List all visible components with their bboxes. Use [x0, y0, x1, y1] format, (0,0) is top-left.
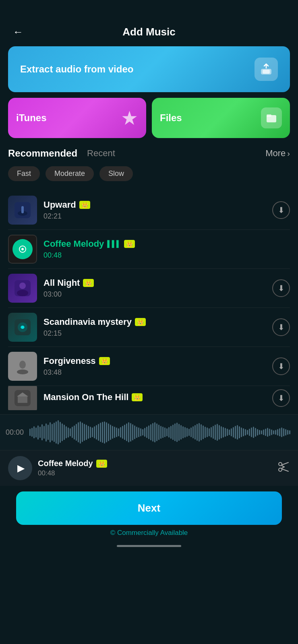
waveform-bar	[62, 423, 63, 441]
track-scandinavia[interactable]: Scandinavia mystery 👑 02:15 ⬇	[8, 308, 290, 347]
waveform-bar	[80, 421, 81, 444]
download-scandinavia[interactable]: ⬇	[272, 318, 290, 336]
waveform-bar	[146, 427, 147, 438]
waveform-bar	[154, 422, 155, 442]
waveform-bar	[122, 426, 123, 439]
commercially-available-label: © Commercially Available	[0, 529, 298, 541]
play-button[interactable]: ▶	[8, 456, 32, 480]
page-title: Add Music	[122, 26, 175, 38]
waveform-bar	[263, 429, 264, 435]
waveform-bar	[287, 430, 288, 435]
extract-audio-button[interactable]: Extract audio from video	[8, 46, 290, 92]
waveform-bar	[56, 421, 57, 444]
info-mansion: Mansion On The Hill 👑	[43, 392, 272, 405]
back-button[interactable]: ←	[10, 24, 27, 40]
trim-button[interactable]	[276, 460, 290, 477]
track-name-scandinavia: Scandinavia mystery	[43, 317, 132, 327]
waveform-bar	[207, 427, 208, 437]
tab-recent[interactable]: Recent	[87, 148, 115, 159]
waveform-bar	[289, 430, 290, 434]
waveform-bar	[140, 428, 141, 436]
waveform-bar	[213, 426, 214, 439]
waveform-bar	[261, 430, 262, 434]
itunes-button[interactable]: iTunes ★	[8, 98, 146, 138]
waveform-bar	[128, 422, 129, 442]
waveform-bar	[134, 425, 135, 439]
waveform-bar	[257, 429, 258, 436]
waveform-bar	[211, 427, 212, 438]
track-mansion[interactable]: Mansion On The Hill 👑 ⬇	[8, 386, 290, 410]
waveform-bar	[170, 426, 172, 439]
itunes-label: iTunes	[16, 112, 47, 124]
waveform-bar	[104, 421, 105, 444]
track-forgiveness[interactable]: Forgiveness 👑 03:48 ⬇	[8, 347, 290, 386]
svg-point-11	[19, 283, 26, 289]
waveform-bar	[150, 424, 151, 440]
itunes-icon: ★	[121, 107, 138, 129]
premium-icon-mansion: 👑	[132, 393, 143, 401]
track-name-upward: Upward	[43, 200, 76, 210]
waveform-bar	[275, 430, 276, 435]
premium-icon-allnight: 👑	[83, 279, 94, 287]
waveform-bar	[96, 425, 97, 440]
waveform-bar	[186, 428, 188, 437]
waveform-bar	[205, 427, 206, 438]
track-duration-allnight: 03:00	[43, 290, 272, 299]
svg-point-17	[17, 369, 28, 374]
download-upward[interactable]: ⬇	[272, 201, 290, 219]
info-coffee-melody: Coffee Melody ▌▌▌ 👑 00:48	[43, 239, 290, 260]
waveform-bar	[227, 429, 228, 436]
waveform-bar	[118, 428, 119, 436]
waveform-bar	[215, 425, 216, 440]
more-button[interactable]: More ›	[265, 148, 290, 159]
player-info: Coffee Melody 👑 00:48	[38, 459, 271, 477]
track-duration-coffee: 00:48	[43, 251, 290, 260]
thumb-mansion	[8, 386, 37, 410]
thumb-all-night	[8, 274, 37, 303]
svg-rect-3	[267, 114, 271, 117]
waveform-bar	[162, 427, 163, 438]
waveform-bar	[114, 427, 115, 438]
waveform-bar	[178, 424, 180, 441]
track-duration-forgiveness: 03:48	[43, 368, 272, 377]
waveform-bar	[92, 427, 93, 437]
svg-line-24	[282, 469, 288, 471]
waveform-bar	[50, 422, 51, 442]
bottom-player: ▶ Coffee Melody 👑 00:48	[0, 450, 298, 486]
waveform-bar	[197, 424, 198, 441]
track-name-forgiveness: Forgiveness	[43, 356, 96, 366]
download-allnight[interactable]: ⬇	[272, 279, 290, 297]
track-coffee-melody[interactable]: Coffee Melody ▌▌▌ 👑 00:48	[8, 230, 290, 269]
track-all-night[interactable]: All Night 👑 03:00 ⬇	[8, 269, 290, 308]
svg-point-10	[17, 290, 28, 296]
waveform-bar	[43, 426, 45, 439]
track-name-mansion: Mansion On The Hill	[43, 392, 128, 402]
waveform-bars[interactable]	[29, 420, 298, 444]
next-button[interactable]: Next	[16, 491, 282, 525]
player-premium-icon: 👑	[96, 460, 107, 468]
waveform-bar	[116, 427, 117, 437]
svg-point-16	[19, 361, 26, 369]
download-mansion[interactable]: ⬇	[272, 389, 290, 407]
download-icon-forgiveness: ⬇	[278, 361, 285, 371]
waveform-bar	[160, 426, 161, 439]
waveform-bar	[192, 426, 194, 438]
waveform-bar	[110, 425, 111, 440]
filter-fast[interactable]: Fast	[8, 166, 40, 181]
waveform-bar	[233, 427, 234, 438]
waveform-time: 00:00	[0, 428, 29, 437]
track-upward[interactable]: Upward 👑 02:21 ⬇	[8, 191, 290, 230]
waveform-bar	[247, 430, 248, 435]
tab-recommended[interactable]: Recommended	[8, 148, 77, 159]
waveform-bar	[285, 429, 286, 436]
waveform-bar	[271, 429, 272, 435]
waveform-bar	[70, 428, 71, 436]
waveform-bar	[168, 427, 170, 438]
files-button[interactable]: Files	[152, 98, 290, 138]
filter-slow[interactable]: Slow	[99, 166, 133, 181]
filter-moderate[interactable]: Moderate	[46, 166, 94, 181]
download-forgiveness[interactable]: ⬇	[272, 357, 290, 375]
premium-icon-upward: 👑	[79, 201, 90, 209]
waveform-bar	[98, 424, 99, 441]
info-all-night: All Night 👑 03:00	[43, 278, 272, 299]
